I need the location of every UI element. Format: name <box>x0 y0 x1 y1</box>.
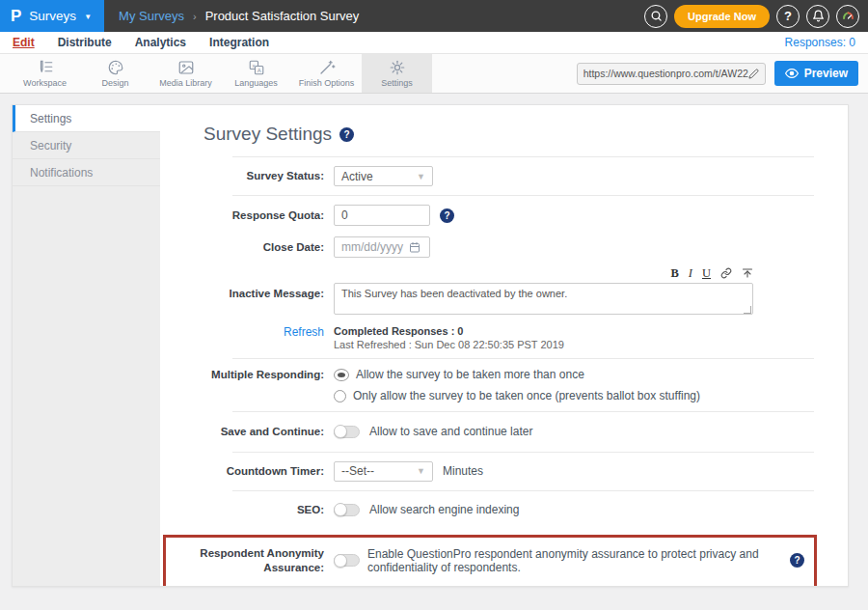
response-quota-label: Response Quota: <box>160 208 334 223</box>
tab-analytics[interactable]: Analytics <box>135 36 186 49</box>
magic-wand-icon <box>318 59 336 76</box>
breadcrumb-separator: › <box>193 11 197 22</box>
inactive-message-row: Inactive Message: B I U <box>160 266 848 321</box>
toolbar-label: Finish Options <box>299 78 355 88</box>
questionpro-logo: P <box>11 8 21 24</box>
radio-selected-icon <box>334 369 349 381</box>
calendar-icon[interactable] <box>409 241 420 253</box>
toolbar-item-finish-options[interactable]: Finish Options <box>291 54 362 93</box>
toggle-knob <box>334 554 347 568</box>
respondent-anonymity-help-icon[interactable]: ? <box>790 553 804 568</box>
edit-url-pencil-icon[interactable] <box>748 69 759 79</box>
save-and-continue-toggle[interactable] <box>334 426 360 438</box>
bold-button[interactable]: B <box>670 267 678 280</box>
survey-settings-help-icon[interactable]: ? <box>339 127 354 142</box>
toolbar-item-design[interactable]: Design <box>80 54 150 93</box>
edit-toolbar: Workspace Design Media Library x A <box>0 53 868 94</box>
multiple-responding-row: Multiple Responding: Allow the survey to… <box>160 359 848 411</box>
notifications-button[interactable] <box>806 5 829 28</box>
toolbar-item-workspace[interactable]: Workspace <box>10 54 80 93</box>
search-button[interactable] <box>644 5 667 28</box>
survey-status-label: Survey Status: <box>160 169 334 183</box>
tab-edit[interactable]: Edit <box>13 36 35 49</box>
responses-summary-row: Refresh Completed Responses : 0 Last Ref… <box>160 321 848 358</box>
completed-responses-text: Completed Responses : 0 <box>334 325 564 337</box>
toolbar-item-settings[interactable]: Settings <box>362 54 432 93</box>
link-icon[interactable] <box>720 267 732 279</box>
sidebar-item-security[interactable]: Security <box>13 132 160 159</box>
survey-status-select[interactable]: Active ▼ <box>334 166 433 186</box>
search-icon <box>650 10 663 22</box>
save-and-continue-description: Allow to save and continue later <box>369 425 532 438</box>
toolbar-item-media-library[interactable]: Media Library <box>150 54 221 93</box>
survey-status-row: Survey Status: Active ▼ <box>160 157 848 195</box>
toolbar-label: Workspace <box>23 78 67 88</box>
header-actions: Upgrade Now ? <box>644 0 868 32</box>
last-refreshed-text: Last Refreshed : Sun Dec 08 22:50:35 PST… <box>334 339 564 350</box>
surveys-product-menu[interactable]: P Surveys ▼ <box>0 0 104 32</box>
sidebar-item-notifications[interactable]: Notifications <box>13 159 160 186</box>
response-quota-help-icon[interactable]: ? <box>440 208 454 223</box>
survey-status-value: Active <box>341 170 373 183</box>
image-upload-icon[interactable] <box>742 267 753 279</box>
respondent-anonymity-description: Enable QuestionPro respondent anonymity … <box>367 547 782 574</box>
chevron-down-icon: ▼ <box>417 172 425 181</box>
survey-url-field[interactable]: https://www.questionpro.com/t/AW22Zf4yf <box>577 63 766 85</box>
respondent-anonymity-toggle[interactable] <box>334 554 360 567</box>
radio-allow-once[interactable]: Only allow the survey to be taken once (… <box>334 389 700 402</box>
inactive-message-textarea[interactable]: This Survey has been deactivated by the … <box>334 283 753 315</box>
chevron-down-icon: ▼ <box>417 466 425 476</box>
inactive-message-label: Inactive Message: <box>160 266 334 301</box>
toolbar-label: Settings <box>381 78 413 88</box>
upgrade-now-button[interactable]: Upgrade Now <box>674 5 770 28</box>
underline-button[interactable]: U <box>702 267 711 280</box>
seo-description: Allow search engine indexing <box>369 503 519 516</box>
sidebar-item-settings[interactable]: Settings <box>13 105 160 132</box>
radio-label: Only allow the survey to be taken once (… <box>353 389 700 402</box>
breadcrumb-my-surveys[interactable]: My Surveys <box>119 9 184 23</box>
radio-allow-multiple[interactable]: Allow the survey to be taken more than o… <box>334 368 700 381</box>
refresh-link[interactable]: Refresh <box>160 325 334 339</box>
help-button[interactable]: ? <box>776 5 800 28</box>
countdown-timer-row: Countdown Timer: --Set-- ▼ Minutes <box>160 453 848 490</box>
italic-button[interactable]: I <box>689 267 692 280</box>
respondent-anonymity-highlight-box: Respondent Anonymity Assurance: Enable Q… <box>163 535 817 586</box>
close-date-input[interactable] <box>341 240 409 254</box>
preview-label: Preview <box>804 67 848 80</box>
section-tabbar: Edit Distribute Analytics Integration Re… <box>0 32 868 53</box>
breadcrumb: My Surveys › Product Satisfaction Survey <box>104 0 644 32</box>
svg-text:x: x <box>252 63 255 69</box>
countdown-timer-label: Countdown Timer: <box>160 464 334 479</box>
gauge-icon <box>841 9 855 23</box>
save-and-continue-row: Save and Continue: Allow to save and con… <box>160 412 848 452</box>
toggle-knob <box>334 503 347 516</box>
seo-toggle[interactable] <box>334 504 360 516</box>
translate-icon: x A <box>248 59 265 76</box>
toolbar-label: Media Library <box>159 78 212 88</box>
account-meter-button[interactable] <box>836 5 859 28</box>
toolbar-right: https://www.questionpro.com/t/AW22Zf4yf … <box>577 54 868 93</box>
close-date-row: Close Date: <box>160 235 848 266</box>
countdown-timer-select[interactable]: --Set-- ▼ <box>334 461 433 482</box>
close-date-label: Close Date: <box>160 240 334 255</box>
eye-icon <box>785 67 799 80</box>
radio-unselected-icon <box>334 390 346 402</box>
close-date-field <box>334 236 430 258</box>
respondent-anonymity-label: Respondent Anonymity Assurance: <box>166 546 334 575</box>
tab-distribute[interactable]: Distribute <box>58 36 112 49</box>
svg-text:A: A <box>257 68 260 73</box>
responses-count[interactable]: Responses: 0 <box>785 36 855 49</box>
preview-button[interactable]: Preview <box>774 61 858 86</box>
toggle-knob <box>334 425 347 438</box>
survey-url-text: https://www.questionpro.com/t/AW22Zf4yf <box>583 68 748 79</box>
tab-integration[interactable]: Integration <box>209 36 269 49</box>
gear-icon <box>389 59 406 76</box>
toolbar-item-languages[interactable]: x A Languages <box>221 54 291 93</box>
settings-card: Settings Security Notifications Survey S… <box>12 104 849 587</box>
response-quota-input[interactable] <box>334 205 430 226</box>
settings-content: Survey Settings ? Survey Status: Active … <box>160 105 848 586</box>
countdown-timer-unit: Minutes <box>443 464 483 478</box>
top-header-bar: P Surveys ▼ My Surveys › Product Satisfa… <box>0 0 868 32</box>
breadcrumb-survey-title: Product Satisfaction Survey <box>205 9 360 23</box>
image-icon <box>177 59 195 76</box>
